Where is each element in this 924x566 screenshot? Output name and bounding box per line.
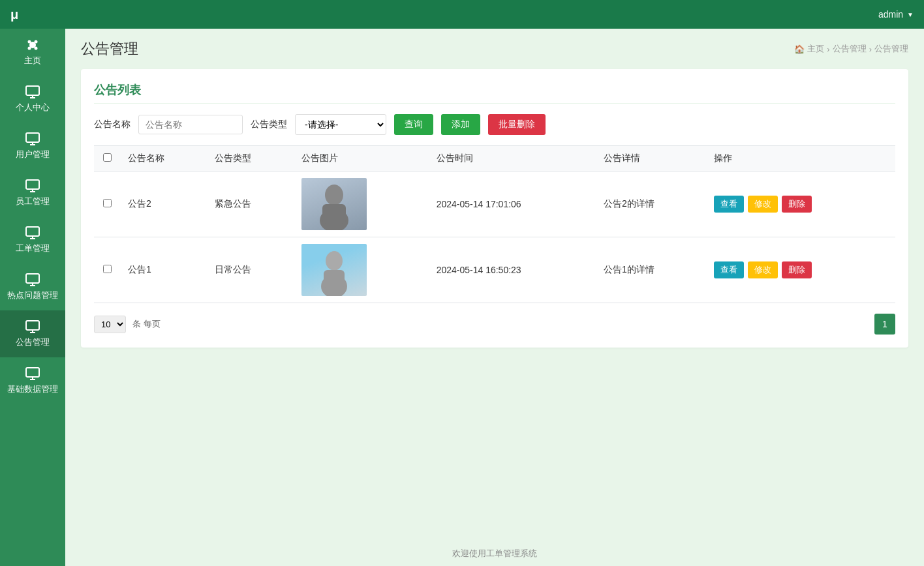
svg-rect-17: [26, 274, 39, 283]
page-title: 公告管理: [81, 39, 138, 59]
td-checkbox-1: [94, 171, 120, 237]
per-page-select[interactable]: 10 20 50: [94, 316, 126, 333]
announce-image-1: [301, 178, 367, 230]
th-type: 公告类型: [207, 146, 294, 171]
top-header: μ admin ▼: [0, 0, 924, 29]
sidebar-label-home: 主页: [24, 55, 41, 67]
pagination-area: 10 20 50 条 每页 1: [94, 314, 895, 335]
row2-checkbox[interactable]: [103, 265, 112, 273]
admin-dropdown[interactable]: admin ▼: [878, 9, 914, 20]
svg-rect-5: [26, 86, 39, 95]
td-name-2: 公告1: [120, 237, 207, 303]
sidebar-item-user[interactable]: 用户管理: [0, 123, 65, 170]
chevron-down-icon: ▼: [907, 11, 914, 18]
sidebar-item-personal[interactable]: 个人中心: [0, 76, 65, 123]
breadcrumb-sep2: ›: [869, 44, 872, 54]
td-type-1: 紧急公告: [207, 171, 294, 237]
edit-button-2[interactable]: 修改: [748, 261, 778, 278]
card-title: 公告列表: [94, 82, 895, 104]
svg-rect-8: [26, 133, 39, 142]
breadcrumb: 🏠 主页 › 公告管理 › 公告管理: [794, 43, 908, 55]
td-time-2: 2024-05-14 16:50:23: [429, 237, 596, 303]
svg-rect-28: [322, 204, 346, 224]
main-card: 公告列表 公告名称 公告类型 -请选择- 紧急公告 日常公告 查询 添加 批量删…: [81, 69, 908, 348]
add-button[interactable]: 添加: [441, 114, 480, 135]
svg-point-1: [28, 40, 31, 44]
svg-point-2: [35, 40, 38, 44]
search-type-label: 公告类型: [251, 119, 287, 130]
per-page-label: 条 每页: [132, 318, 161, 330]
monitor-icon-employee: [23, 179, 42, 193]
table-wrapper: 公告名称 公告类型 公告图片 公告时间 公告详情 操作: [94, 145, 895, 303]
monitor-icon-announce: [23, 320, 42, 334]
sidebar-label-employee: 员工管理: [16, 196, 50, 207]
td-image-2: [294, 237, 428, 303]
svg-point-3: [28, 47, 31, 50]
action-btns-2: 查看 修改 删除: [714, 261, 887, 278]
edit-button-1[interactable]: 修改: [748, 196, 778, 213]
th-detail: 公告详情: [596, 146, 706, 171]
search-name-input[interactable]: [138, 115, 243, 134]
sidebar-item-hotissue[interactable]: 热点问题管理: [0, 263, 65, 310]
announce-table: 公告名称 公告类型 公告图片 公告时间 公告详情 操作: [94, 145, 895, 303]
select-all-checkbox[interactable]: [103, 153, 112, 162]
td-detail-1: 公告2的详情: [596, 171, 706, 237]
page-1-button[interactable]: 1: [874, 314, 895, 335]
row1-checkbox[interactable]: [103, 199, 112, 207]
view-button-2[interactable]: 查看: [714, 261, 744, 278]
footer: 欢迎使用工单管理系统: [65, 541, 924, 566]
th-image: 公告图片: [294, 146, 428, 171]
announce-image-2: [301, 244, 367, 296]
page-header: 公告管理 🏠 主页 › 公告管理 › 公告管理: [65, 29, 924, 64]
monitor-icon-workorder: [23, 226, 42, 240]
table-header-row: 公告名称 公告类型 公告图片 公告时间 公告详情 操作: [94, 146, 895, 171]
content-area: 公告管理 🏠 主页 › 公告管理 › 公告管理 公告列表 公告名称 公告类型 -…: [65, 29, 924, 566]
sidebar-item-announce[interactable]: 公告管理: [0, 310, 65, 357]
sidebar-label-personal: 个人中心: [16, 102, 50, 113]
sidebar-item-employee[interactable]: 员工管理: [0, 170, 65, 216]
per-page-area: 10 20 50 条 每页: [94, 316, 161, 333]
td-time-1: 2024-05-14 17:01:06: [429, 171, 596, 237]
th-name: 公告名称: [120, 146, 207, 171]
delete-button-2[interactable]: 删除: [782, 261, 812, 278]
td-checkbox-2: [94, 237, 120, 303]
svg-point-26: [325, 185, 343, 205]
table-row: 公告2 紧急公告: [94, 171, 895, 237]
footer-text: 欢迎使用工单管理系统: [452, 548, 537, 558]
svg-rect-31: [324, 270, 345, 288]
sidebar-item-home[interactable]: 主页: [0, 29, 65, 76]
svg-rect-14: [26, 227, 39, 236]
th-checkbox: [94, 146, 120, 171]
th-time: 公告时间: [429, 146, 596, 171]
th-action: 操作: [706, 146, 895, 171]
sidebar-label-hotissue: 热点问题管理: [7, 290, 58, 301]
delete-button-1[interactable]: 删除: [782, 196, 812, 213]
admin-label: admin: [878, 9, 903, 20]
action-btns-1: 查看 修改 删除: [714, 196, 887, 213]
view-button-1[interactable]: 查看: [714, 196, 744, 213]
td-name-1: 公告2: [120, 171, 207, 237]
svg-rect-11: [26, 180, 39, 189]
search-button[interactable]: 查询: [394, 114, 433, 135]
home-breadcrumb-icon: 🏠: [794, 44, 805, 54]
main-layout: 主页 个人中心 用户管理 员工管理 工单管理: [0, 29, 924, 566]
breadcrumb-level1: 公告管理: [833, 43, 867, 55]
td-type-2: 日常公告: [207, 237, 294, 303]
search-type-select[interactable]: -请选择- 紧急公告 日常公告: [295, 114, 386, 135]
home-icon: [23, 38, 42, 52]
monitor-icon-basicdata: [23, 366, 42, 381]
monitor-icon-user: [23, 132, 42, 146]
breadcrumb-level2: 公告管理: [874, 43, 908, 55]
sidebar-label-basicdata: 基础数据管理: [7, 383, 58, 395]
batch-delete-button[interactable]: 批量删除: [488, 114, 546, 135]
svg-point-29: [326, 251, 343, 271]
sidebar-item-basicdata[interactable]: 基础数据管理: [0, 357, 65, 404]
td-action-2: 查看 修改 删除: [706, 237, 895, 303]
sidebar-label-workorder: 工单管理: [16, 243, 50, 254]
monitor-icon-hotissue: [23, 273, 42, 287]
sidebar-item-workorder[interactable]: 工单管理: [0, 216, 65, 263]
search-bar: 公告名称 公告类型 -请选择- 紧急公告 日常公告 查询 添加 批量删除: [94, 114, 895, 135]
logo: μ: [10, 7, 18, 22]
breadcrumb-sep1: ›: [827, 44, 829, 54]
monitor-icon-personal: [23, 85, 42, 99]
